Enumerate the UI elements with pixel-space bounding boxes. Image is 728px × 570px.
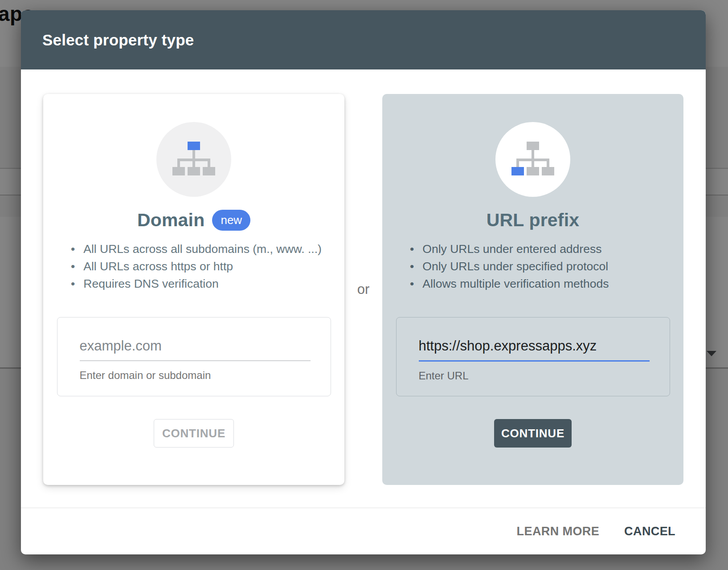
new-badge: new — [212, 210, 250, 231]
bullet-item: Only URLs under specified protocol — [410, 258, 670, 275]
learn-more-button[interactable]: LEARN MORE — [516, 521, 601, 542]
domain-icon-circle — [156, 122, 231, 197]
url-input-box: Enter URL — [396, 317, 670, 396]
site-tree-url-prefix-icon — [511, 142, 554, 177]
url-prefix-card-title: URL prefix — [487, 210, 580, 231]
url-continue-button[interactable]: CONTINUE — [494, 419, 572, 448]
dialog-title: Select property type — [42, 31, 194, 49]
select-property-type-dialog: Select property type — [21, 10, 706, 554]
url-input-helper: Enter URL — [419, 370, 670, 382]
url-prefix-bullet-list: Only URLs under entered address Only URL… — [382, 240, 683, 293]
dialog-header: Select property type — [21, 10, 706, 69]
url-prefix-title-row: URL prefix — [382, 208, 683, 232]
dialog-footer: LEARN MORE CANCEL — [21, 508, 706, 554]
domain-input-helper: Enter domain or subdomain — [80, 369, 331, 382]
dialog-body: Domain new All URLs across all subdomain… — [21, 69, 706, 508]
url-input[interactable] — [419, 338, 650, 362]
domain-card-title: Domain — [137, 210, 205, 231]
domain-property-card: Domain new All URLs across all subdomain… — [43, 94, 344, 485]
or-separator: or — [344, 94, 382, 485]
bullet-item: Only URLs under entered address — [410, 240, 670, 258]
bullet-item: Allows multiple verification methods — [410, 275, 670, 293]
url-prefix-property-card: URL prefix Only URLs under entered addre… — [382, 94, 683, 485]
domain-continue-button[interactable]: CONTINUE — [154, 419, 234, 448]
cancel-button[interactable]: CANCEL — [623, 521, 676, 542]
domain-input[interactable] — [80, 338, 311, 361]
bullet-item: All URLs across all subdomains (m., www.… — [71, 240, 331, 258]
bullet-item: Requires DNS verification — [71, 275, 331, 293]
url-prefix-icon-circle — [495, 122, 570, 197]
site-tree-domain-icon — [172, 142, 215, 177]
domain-input-box: Enter domain or subdomain — [57, 317, 331, 396]
domain-title-row: Domain new — [43, 208, 344, 232]
domain-bullet-list: All URLs across all subdomains (m., www.… — [43, 240, 344, 293]
bullet-item: All URLs across https or http — [71, 258, 331, 275]
